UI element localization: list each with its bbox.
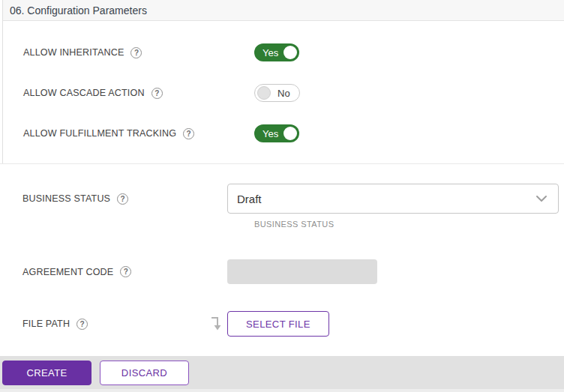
- agreement-code-input[interactable]: [227, 259, 377, 284]
- section-divider: [0, 163, 564, 164]
- footer-action-bar: CREATE DISCARD: [0, 356, 564, 392]
- allow-fulfillment-tracking-toggle[interactable]: Yes: [254, 124, 299, 142]
- business-status-select[interactable]: Draft: [227, 184, 559, 214]
- toggle-knob: [284, 46, 297, 59]
- allow-cascade-action-toggle[interactable]: No: [254, 84, 300, 102]
- allow-inheritance-label: ALLOW INHERITANCE: [23, 47, 124, 58]
- panel-header: 06. Configuration Parameters: [3, 0, 564, 21]
- panel-title: 06. Configuration Parameters: [10, 4, 147, 16]
- toggle-value: Yes: [262, 128, 278, 139]
- select-file-button[interactable]: SELECT FILE: [227, 311, 329, 337]
- toggle-value: No: [278, 88, 290, 99]
- file-path-label: FILE PATH: [22, 319, 70, 329]
- help-icon[interactable]: ?: [152, 88, 163, 99]
- row-agreement-code: AGREEMENT CODE ?: [0, 259, 564, 284]
- create-button[interactable]: CREATE: [2, 361, 92, 385]
- allow-fulfillment-tracking-label: ALLOW FULFILLMENT TRACKING: [23, 128, 176, 139]
- toggle-value: Yes: [262, 47, 278, 58]
- discard-button[interactable]: DISCARD: [100, 361, 189, 385]
- toggle-group: ALLOW INHERITANCE ? Yes ALLOW CASCADE AC…: [3, 21, 564, 163]
- help-icon[interactable]: ?: [120, 266, 131, 277]
- help-icon[interactable]: ?: [76, 319, 88, 330]
- row-allow-cascade-action: ALLOW CASCADE ACTION ? No: [3, 73, 564, 113]
- business-status-selected-value: Draft: [237, 193, 262, 205]
- agreement-code-label: AGREEMENT CODE: [22, 267, 113, 277]
- help-icon[interactable]: ?: [130, 47, 142, 58]
- toggle-knob: [284, 127, 297, 140]
- business-status-helper-label: BUSINESS STATUS: [254, 220, 559, 229]
- fields-section: BUSINESS STATUS ? Draft BUSINESS STATUS …: [0, 184, 564, 337]
- chevron-down-icon: [536, 195, 548, 202]
- help-icon[interactable]: ?: [183, 128, 194, 139]
- download-arrow-icon: [210, 314, 221, 334]
- configuration-panel: 06. Configuration Parameters ALLOW INHER…: [2, 0, 564, 163]
- row-business-status: BUSINESS STATUS ? Draft BUSINESS STATUS: [0, 184, 564, 229]
- allow-inheritance-toggle[interactable]: Yes: [254, 43, 299, 61]
- allow-cascade-action-label: ALLOW CASCADE ACTION: [23, 88, 145, 98]
- help-icon[interactable]: ?: [117, 193, 128, 205]
- toggle-knob: [257, 86, 271, 100]
- row-allow-fulfillment-tracking: ALLOW FULFILLMENT TRACKING ? Yes: [3, 113, 564, 154]
- row-file-path: FILE PATH ? SELECT FILE: [0, 311, 564, 337]
- business-status-label: BUSINESS STATUS: [22, 193, 110, 204]
- row-allow-inheritance: ALLOW INHERITANCE ? Yes: [3, 32, 564, 73]
